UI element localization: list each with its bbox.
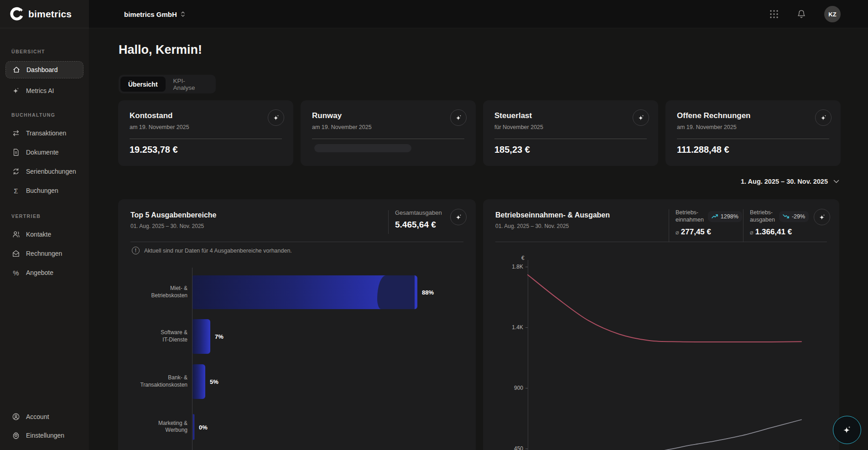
bar: [192, 414, 194, 440]
bar-label: Marketing & Werbung: [119, 420, 187, 434]
tab-uebersicht[interactable]: Übersicht: [120, 77, 166, 92]
betriebseinnahmen-ausgaben-card: Betriebseinnahmen- & Ausgaben 01. Aug. 2…: [483, 199, 839, 450]
bar-value: 7%: [215, 333, 223, 340]
sidebar-item-dokumente[interactable]: Dokumente: [5, 144, 83, 161]
topbar: bimetrics GmbH KZ: [89, 0, 868, 28]
sidebar-item-label: Buchungen: [26, 187, 58, 194]
kpi-title: Runway: [312, 111, 342, 120]
sidebar-item-label: Account: [26, 413, 49, 420]
top5-ausgaben-card: Top 5 Ausgabenbereiche 01. Aug. 2025 – 3…: [118, 199, 476, 450]
ai-sparkle-button[interactable]: [450, 109, 467, 126]
stat-betriebseinnahmen: Betriebs- einnahmen 1298% ⌀277,45 €: [669, 209, 737, 242]
repeat-icon: [12, 167, 20, 176]
sparkle-icon: [820, 114, 827, 122]
sparkle-icon: [818, 213, 826, 221]
ai-sparkle-button[interactable]: [450, 209, 467, 225]
brand-logo[interactable]: bimetrics: [0, 0, 89, 28]
ai-sparkle-button[interactable]: [815, 109, 832, 126]
kpi-value: 19.253,78 €: [130, 145, 178, 155]
bar-shade: [377, 275, 415, 309]
section-label-buchhaltung: BUCHHALTUNG: [11, 112, 55, 118]
kpi-value: 185,23 €: [494, 145, 530, 155]
total-value: 5.465,64 €: [395, 220, 442, 230]
notice-text: Aktuell sind nur Daten für 4 Ausgabenber…: [144, 248, 292, 254]
company-selector[interactable]: bimetrics GmbH: [124, 0, 185, 28]
sparkle-icon: [842, 425, 852, 435]
avg-symbol: ⌀: [750, 229, 754, 236]
sidebar-item-account[interactable]: Account: [5, 408, 83, 425]
ai-sparkle-button[interactable]: [633, 109, 649, 126]
divider: [677, 139, 829, 139]
kpi-subtitle: am 19. November 2025: [130, 124, 189, 130]
stat-betriebsausgaben: Betriebs- ausgaben -29% ⌀1.366,41 €: [743, 209, 811, 242]
avg-value: 277,45 €: [681, 228, 711, 236]
sidebar-item-serienbuchungen[interactable]: Serienbuchungen: [5, 163, 83, 180]
sidebar: bimetrics ÜBERSICHT Dashboard Metrics AI…: [0, 0, 89, 450]
ai-sparkle-button[interactable]: [268, 109, 284, 126]
stat-average: ⌀277,45 €: [676, 228, 737, 237]
home-icon: [12, 66, 21, 74]
company-name: bimetrics GmbH: [124, 10, 177, 18]
card-title: Top 5 Ausgabenbereiche: [130, 211, 216, 219]
ai-assistant-fab[interactable]: [833, 416, 861, 444]
avg-value: 1.366,41 €: [755, 228, 792, 236]
data-notice: ! Aktuell sind nur Daten für 4 Ausgabenb…: [132, 247, 292, 254]
ai-sparkle-button[interactable]: [814, 209, 830, 225]
bar: [192, 364, 205, 399]
kpi-card-kontostand: Kontostand am 19. November 2025 19.253,7…: [118, 100, 293, 166]
contacts-icon: [12, 230, 20, 238]
gear-icon: [12, 431, 20, 440]
trend-badge: 1298%: [708, 211, 742, 222]
badge-value: 1298%: [721, 213, 738, 220]
bar-row-software-it: Software & IT-Dienste 7%: [118, 319, 476, 354]
avg-symbol: ⌀: [676, 229, 679, 236]
divider: [130, 242, 463, 242]
sidebar-item-transaktionen[interactable]: Transaktionen: [5, 124, 83, 142]
gesamtausgaben-block: Gesamtausgaben 5.465,64 €: [395, 209, 442, 230]
divider: [388, 210, 389, 234]
bell-icon[interactable]: [797, 9, 806, 19]
sigma-icon: Σ: [12, 187, 20, 195]
avatar[interactable]: KZ: [824, 6, 841, 22]
bar-value: 88%: [422, 289, 434, 296]
sidebar-item-einstellungen[interactable]: Einstellungen: [5, 427, 83, 444]
ausgaben-line: [528, 275, 801, 342]
bar-value: 5%: [210, 378, 218, 385]
bar-row-marketing-werbung: Marketing & Werbung 0%: [118, 414, 476, 440]
brand-name: bimetrics: [28, 9, 72, 20]
sparkle-icon: [272, 114, 280, 122]
line-chart: [483, 249, 839, 450]
sidebar-item-label: Rechnungen: [26, 250, 62, 257]
info-icon: !: [132, 247, 140, 254]
transfer-icon: [12, 129, 20, 137]
sidebar-item-rechnungen[interactable]: Rechnungen: [5, 245, 83, 262]
kpi-title: Kontostand: [130, 111, 172, 120]
card-subtitle: 01. Aug. 2025 – 30. Nov. 2025: [495, 223, 569, 229]
sidebar-item-label: Kontakte: [26, 231, 51, 238]
card-title: Betriebseinnahmen- & Ausgaben: [495, 211, 610, 219]
app-window: bimetrics ÜBERSICHT Dashboard Metrics AI…: [0, 0, 868, 450]
sidebar-item-buchungen[interactable]: Σ Buchungen: [5, 182, 83, 199]
apps-grid-icon[interactable]: [769, 10, 779, 19]
sidebar-item-kontakte[interactable]: Kontakte: [5, 226, 83, 243]
bimetrics-logo-icon: [9, 6, 24, 21]
sidebar-item-metrics-ai[interactable]: Metrics AI: [5, 82, 83, 99]
divider: [130, 139, 282, 139]
sidebar-item-label: Dashboard: [26, 66, 58, 73]
kpi-card-steuerlast: Steuerlast für November 2025 185,23 €: [483, 100, 658, 166]
date-range-selector[interactable]: 1. Aug. 2025 – 30. Nov. 2025: [741, 178, 839, 185]
kpi-value: 111.288,48 €: [677, 145, 729, 155]
sidebar-item-angebote[interactable]: % Angebote: [5, 264, 83, 281]
kpi-title: Steuerlast: [494, 111, 532, 120]
stat-label: Betriebs- ausgaben: [750, 209, 775, 223]
divider: [312, 139, 464, 139]
sidebar-item-label: Dokumente: [26, 149, 59, 156]
bar-row-miet-betriebskosten: Miet- & Betriebskosten 88%: [118, 275, 476, 309]
tab-bar: Übersicht KPI-Analyse: [119, 75, 216, 93]
sidebar-item-dashboard[interactable]: Dashboard: [5, 61, 83, 78]
chevron-up-down-icon: [181, 11, 185, 17]
envelope-icon: [12, 249, 20, 258]
tab-kpi-analyse[interactable]: KPI-Analyse: [166, 77, 214, 92]
date-range-label: 1. Aug. 2025 – 30. Nov. 2025: [741, 178, 828, 185]
total-label: Gesamtausgaben: [395, 209, 442, 216]
